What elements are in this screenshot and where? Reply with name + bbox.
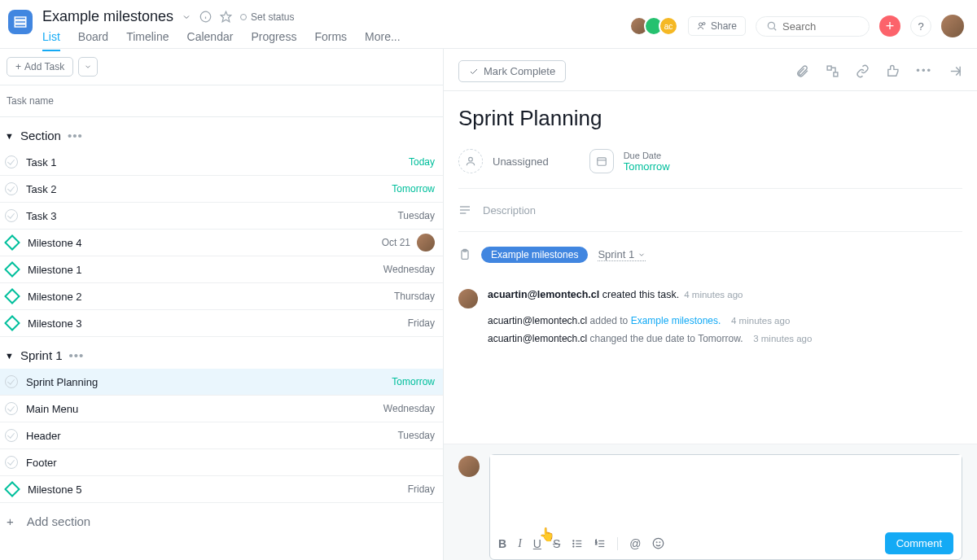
- check-circle-icon[interactable]: [5, 375, 18, 388]
- underline-icon[interactable]: U: [533, 537, 541, 550]
- search-input[interactable]: [782, 20, 856, 33]
- section-more-icon[interactable]: •••: [68, 129, 83, 142]
- task-date: Thursday: [394, 291, 435, 302]
- activity-event: acuartin@lemontech.cl added to Example m…: [488, 315, 962, 326]
- milestone-icon: [4, 315, 20, 331]
- column-header: Task name: [0, 85, 443, 117]
- add-section-button[interactable]: +Add section: [0, 503, 443, 540]
- svg-rect-11: [827, 66, 831, 70]
- task-name: Footer: [26, 457, 435, 469]
- check-circle-icon[interactable]: [5, 209, 18, 222]
- check-circle-icon[interactable]: [5, 155, 18, 168]
- bold-icon[interactable]: B: [498, 537, 506, 550]
- milestone-icon: [4, 288, 20, 304]
- svg-point-34: [654, 538, 664, 549]
- svg-rect-1: [15, 21, 26, 24]
- task-name: Task 1: [26, 156, 409, 168]
- number-list-icon[interactable]: 12: [594, 538, 606, 549]
- avatar: [458, 289, 478, 308]
- profile-avatar[interactable]: [941, 15, 964, 37]
- assignee-avatar[interactable]: [417, 234, 435, 252]
- task-date: Oct 21: [382, 237, 410, 248]
- like-icon[interactable]: [886, 64, 900, 78]
- more-icon[interactable]: •••: [916, 64, 932, 78]
- section-header[interactable]: ▼Sprint 1•••: [0, 337, 443, 369]
- share-button[interactable]: Share: [688, 16, 746, 36]
- set-status-button[interactable]: Set status: [240, 11, 294, 23]
- topbar-right: ac Share + ?: [634, 15, 964, 37]
- project-chip[interactable]: Example milestones: [481, 247, 588, 263]
- check-circle-icon[interactable]: [5, 182, 18, 195]
- strike-icon[interactable]: S: [553, 537, 560, 550]
- task-name: Milestone 3: [28, 317, 408, 330]
- project-header: Example milestones Set status ListBoardT…: [42, 7, 634, 51]
- add-task-menu-button[interactable]: [78, 57, 98, 77]
- task-row[interactable]: Main MenuWednesday: [0, 396, 443, 422]
- close-panel-icon[interactable]: [949, 64, 962, 78]
- task-date: Wednesday: [383, 403, 435, 414]
- task-row[interactable]: HeaderTuesday: [0, 422, 443, 449]
- milestone-row[interactable]: Milestone 5Friday: [0, 476, 443, 503]
- chevron-down-icon[interactable]: [182, 12, 191, 22]
- comment-input[interactable]: [490, 455, 962, 527]
- check-circle-icon[interactable]: [5, 456, 18, 469]
- assignee-field[interactable]: Unassigned: [458, 149, 549, 173]
- milestone-row[interactable]: Milestone 1Wednesday: [0, 256, 443, 283]
- task-row[interactable]: Sprint PlanningTomorrow: [0, 369, 443, 396]
- task-date: Tomorrow: [392, 376, 435, 387]
- task-row[interactable]: Footer: [0, 449, 443, 476]
- search-box[interactable]: [756, 16, 870, 37]
- check-circle-icon[interactable]: [5, 429, 18, 442]
- milestone-row[interactable]: Milestone 4Oct 21: [0, 230, 443, 256]
- task-date: Tomorrow: [392, 183, 435, 195]
- section-link[interactable]: Sprint 1: [598, 248, 646, 261]
- svg-point-23: [573, 540, 574, 540]
- milestone-icon: [4, 261, 20, 278]
- person-icon: [458, 149, 483, 173]
- svg-text:2: 2: [595, 542, 597, 545]
- task-date: Friday: [408, 317, 435, 329]
- milestone-row[interactable]: Milestone 2Thursday: [0, 283, 443, 310]
- task-title[interactable]: Sprint Planning: [458, 106, 962, 131]
- info-icon[interactable]: [199, 11, 212, 23]
- svg-point-15: [469, 157, 473, 161]
- bullet-list-icon[interactable]: [572, 538, 583, 549]
- svg-line-10: [773, 28, 776, 30]
- task-name: Milestone 5: [28, 483, 408, 496]
- top-bar: Example milestones Set status ListBoardT…: [0, 0, 977, 49]
- help-button[interactable]: ?: [910, 15, 931, 37]
- mark-complete-button[interactable]: Mark Complete: [458, 60, 566, 82]
- task-row[interactable]: Task 1Today: [0, 149, 443, 176]
- svg-rect-0: [15, 17, 26, 20]
- task-row[interactable]: Task 2Tomorrow: [0, 176, 443, 203]
- attachment-icon[interactable]: [795, 64, 809, 78]
- check-circle-icon[interactable]: [5, 402, 18, 415]
- task-date: Today: [409, 156, 435, 168]
- task-name: Task 3: [26, 210, 397, 222]
- quick-add-button[interactable]: +: [879, 15, 900, 37]
- description-field[interactable]: Description: [458, 189, 962, 232]
- caret-down-icon: ▼: [5, 131, 14, 141]
- task-name: Milestone 2: [28, 291, 394, 303]
- comment-button[interactable]: Comment: [885, 532, 953, 554]
- due-date-field[interactable]: Due DateTomorrow: [589, 149, 670, 173]
- link-icon[interactable]: [856, 64, 870, 78]
- svg-rect-2: [15, 24, 26, 27]
- emoji-icon[interactable]: [652, 537, 664, 549]
- search-icon: [766, 20, 778, 32]
- add-task-button[interactable]: + Add Task: [7, 57, 73, 77]
- activity-event: acuartin@lemontech.cl changed the due da…: [488, 333, 962, 344]
- star-icon[interactable]: [220, 11, 232, 23]
- task-detail-pane: Mark Complete ••• Sprint Planning Unassi…: [444, 49, 977, 560]
- mention-icon[interactable]: @: [629, 537, 641, 550]
- activity-feed: acuartin@lemontech.cl created this task.…: [458, 284, 962, 349]
- italic-icon[interactable]: I: [518, 537, 522, 550]
- member-avatars[interactable]: ac: [634, 16, 678, 36]
- project-title[interactable]: Example milestones: [42, 8, 173, 25]
- milestone-row[interactable]: Milestone 3Friday: [0, 310, 443, 337]
- section-header[interactable]: ▼Section•••: [0, 117, 443, 149]
- task-row[interactable]: Task 3Tuesday: [0, 203, 443, 230]
- svg-point-8: [703, 23, 705, 25]
- section-more-icon[interactable]: •••: [69, 348, 85, 362]
- subtask-icon[interactable]: [826, 64, 839, 78]
